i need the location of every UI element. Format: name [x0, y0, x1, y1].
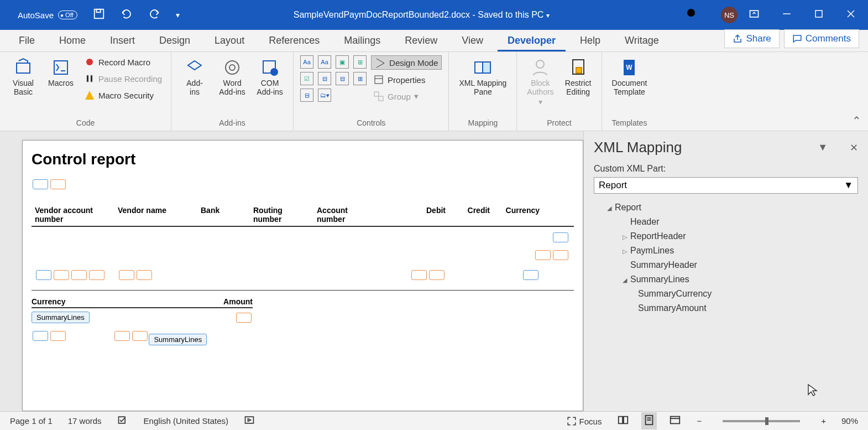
- tree-node-summaryamount[interactable]: SummaryAmount: [594, 301, 858, 315]
- tab-home[interactable]: Home: [49, 29, 96, 51]
- web-layout-icon[interactable]: [669, 414, 681, 428]
- properties-button[interactable]: Properties: [371, 73, 442, 86]
- content-control[interactable]: [36, 270, 51, 280]
- visual-basic-button[interactable]: Visual Basic: [7, 55, 40, 99]
- tree-node-summarycurrency[interactable]: SummaryCurrency: [594, 287, 858, 301]
- content-control[interactable]: [535, 250, 551, 260]
- customize-qat-icon[interactable]: ▾: [176, 11, 180, 19]
- dropdown-control-icon[interactable]: ⊟: [336, 72, 349, 85]
- macro-recording-icon[interactable]: [244, 415, 255, 427]
- tree-node-header[interactable]: Header: [594, 215, 858, 229]
- content-control[interactable]: [89, 270, 104, 280]
- comments-button[interactable]: Comments: [784, 29, 859, 48]
- design-mode-button[interactable]: Design Mode: [371, 55, 442, 70]
- macro-security-button[interactable]: Macro Security: [82, 89, 164, 102]
- content-control[interactable]: [71, 270, 87, 280]
- tab-insert[interactable]: Insert: [100, 29, 145, 51]
- content-control-tag[interactable]: SummaryLines: [32, 312, 90, 323]
- tab-writage[interactable]: Writage: [615, 29, 669, 51]
- rich-text-control-icon[interactable]: Aa: [300, 55, 313, 69]
- tree-node-summarylines[interactable]: ◢SummaryLines: [594, 272, 858, 287]
- undo-icon[interactable]: [121, 8, 133, 22]
- tab-layout[interactable]: Layout: [205, 29, 254, 51]
- read-mode-icon[interactable]: [617, 414, 629, 428]
- tab-design[interactable]: Design: [149, 29, 200, 51]
- save-icon[interactable]: [93, 8, 105, 22]
- record-macro-button[interactable]: Record Macro: [82, 55, 164, 69]
- print-layout-icon[interactable]: [641, 412, 657, 429]
- tab-mailings[interactable]: Mailings: [334, 29, 390, 51]
- restrict-editing-button[interactable]: Restrict Editing: [562, 55, 595, 99]
- pane-title: XML Mapping: [594, 139, 682, 156]
- tree-node-report[interactable]: ◢Report: [594, 200, 858, 215]
- content-control[interactable]: [523, 270, 538, 280]
- minimize-icon[interactable]: [782, 9, 792, 21]
- xml-part-select[interactable]: Report▼: [594, 177, 858, 194]
- word-addins-button[interactable]: Word Add-ins: [216, 55, 249, 99]
- page-indicator[interactable]: Page 1 of 1: [10, 416, 53, 426]
- tab-developer[interactable]: Developer: [498, 29, 566, 51]
- content-control[interactable]: [33, 331, 48, 341]
- tab-file[interactable]: File: [9, 29, 45, 51]
- xml-mapping-pane-button[interactable]: XML Mapping Pane: [456, 55, 510, 99]
- collapse-ribbon-icon[interactable]: ⌃: [852, 114, 861, 127]
- zoom-slider[interactable]: [723, 420, 800, 422]
- content-control[interactable]: [50, 179, 66, 189]
- content-control[interactable]: [50, 331, 66, 341]
- content-control[interactable]: [54, 270, 69, 280]
- search-icon[interactable]: [686, 7, 699, 23]
- content-control[interactable]: [429, 270, 445, 280]
- pane-options-icon[interactable]: ▼: [818, 142, 828, 154]
- redo-icon[interactable]: [148, 8, 160, 22]
- tree-node-paymlines[interactable]: ▷PaymLines: [594, 244, 858, 258]
- content-control[interactable]: [114, 331, 130, 341]
- zoom-level[interactable]: 90%: [841, 416, 858, 426]
- combobox-control-icon[interactable]: ⊟: [318, 72, 331, 85]
- ribbon-display-icon[interactable]: [749, 8, 760, 22]
- svg-rect-38: [671, 417, 680, 424]
- tree-node-summaryheader[interactable]: SummaryHeader: [594, 258, 858, 272]
- content-control-tag[interactable]: SummaryLines: [149, 334, 207, 345]
- svg-rect-1: [96, 9, 100, 13]
- document-page[interactable]: Control report Vendor account number Ven…: [22, 140, 583, 411]
- user-avatar[interactable]: NS: [721, 7, 738, 23]
- content-control[interactable]: [119, 270, 134, 280]
- plain-text-control-icon[interactable]: Aa: [318, 55, 331, 69]
- content-control[interactable]: [33, 179, 48, 189]
- pane-close-icon[interactable]: ✕: [850, 142, 858, 154]
- group-code-label: Code: [7, 116, 164, 131]
- com-addins-button[interactable]: COM Add-ins: [253, 55, 286, 99]
- content-control[interactable]: [137, 270, 152, 280]
- svg-rect-10: [54, 61, 67, 74]
- word-count[interactable]: 17 words: [68, 416, 102, 426]
- content-control[interactable]: [553, 250, 568, 260]
- content-control[interactable]: [236, 313, 252, 323]
- content-control[interactable]: [411, 270, 427, 280]
- autosave-toggle[interactable]: AutoSave Off: [18, 11, 77, 20]
- addins-button[interactable]: Add- ins: [178, 55, 211, 99]
- zoom-out-button[interactable]: −: [697, 416, 702, 426]
- tree-node-reportheader[interactable]: ▷ReportHeader: [594, 229, 858, 244]
- svg-rect-24: [379, 96, 383, 101]
- content-control[interactable]: [132, 331, 148, 341]
- picture-control-icon[interactable]: ▣: [336, 55, 349, 69]
- document-template-button[interactable]: WDocument Template: [609, 55, 651, 99]
- focus-mode-button[interactable]: Focus: [567, 416, 602, 426]
- close-icon[interactable]: [846, 9, 856, 21]
- checkbox-control-icon[interactable]: ☑: [300, 72, 313, 85]
- macros-button[interactable]: Macros: [44, 55, 77, 90]
- building-block-control-icon[interactable]: ⊞: [353, 55, 367, 69]
- content-control[interactable]: [553, 232, 568, 242]
- tab-view[interactable]: View: [452, 29, 493, 51]
- tab-help[interactable]: Help: [570, 29, 610, 51]
- tab-references[interactable]: References: [259, 29, 330, 51]
- maximize-icon[interactable]: [814, 9, 824, 21]
- share-button[interactable]: Share: [724, 29, 779, 48]
- repeating-section-control-icon[interactable]: ⊟: [300, 89, 313, 102]
- legacy-tools-icon[interactable]: 🗂▾: [318, 89, 331, 102]
- date-picker-control-icon[interactable]: ⊞: [353, 72, 367, 85]
- tab-review[interactable]: Review: [395, 29, 447, 51]
- zoom-in-button[interactable]: +: [821, 416, 826, 426]
- language-indicator[interactable]: English (United States): [144, 416, 228, 426]
- spellcheck-icon[interactable]: [117, 415, 128, 427]
